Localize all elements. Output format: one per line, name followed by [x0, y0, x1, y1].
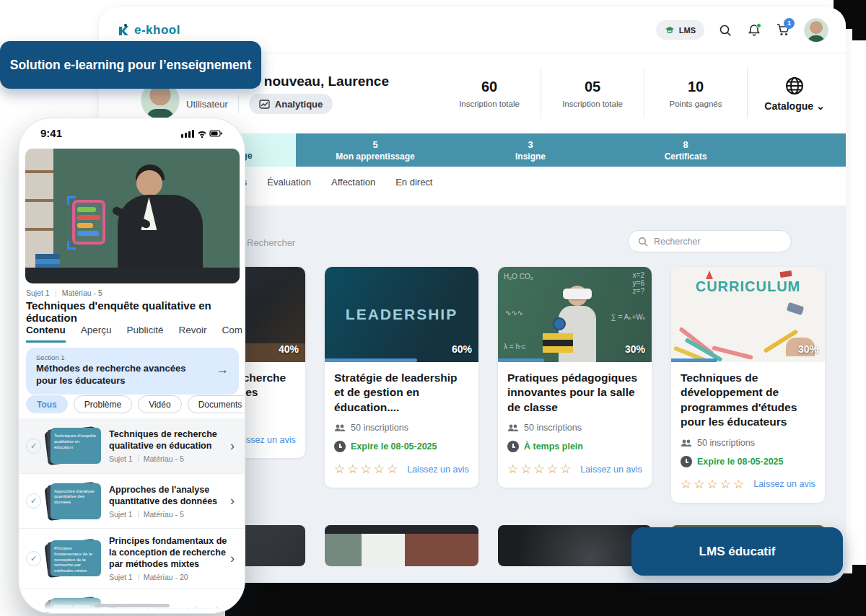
people-icon: [334, 423, 346, 432]
chart-icon: [259, 100, 270, 109]
tab-publicity[interactable]: Publicité: [127, 325, 164, 343]
chip-all[interactable]: Tous: [26, 395, 68, 413]
backdrop-shape: [843, 16, 866, 29]
enrollments-row: 50 inscriptions: [681, 438, 815, 448]
analytics-button[interactable]: Analytique: [249, 94, 333, 114]
tab-my-learning[interactable]: 5 Mon apprentissage: [296, 133, 455, 167]
lms-badge-label: LMS: [679, 26, 696, 35]
stat-value: 05: [585, 79, 600, 95]
lesson-thumbnail: Principes fondamentaux de la conception …: [48, 540, 102, 577]
phone-time: 9:41: [40, 127, 62, 139]
stat-enrollment-total-2: 05 Inscription totale: [541, 65, 644, 121]
search-input-left[interactable]: [247, 233, 478, 252]
elearning-banner: Solution e-learning pour l’enseignement: [0, 41, 261, 89]
list-item[interactable]: ✓ Approches d'analyse quantitative des d…: [19, 473, 245, 528]
list-item[interactable]: ✓ Techniques d'enquête qualitative en éd…: [19, 418, 245, 473]
screenshot-stage: e-khool LMS: [0, 0, 866, 616]
search-input[interactable]: [654, 237, 769, 247]
lms-badge[interactable]: LMS: [656, 20, 704, 40]
lesson-thumbnail: Approches d'analyse quantitative des don…: [48, 483, 102, 520]
leave-review-link[interactable]: Laissez un avis: [753, 479, 815, 489]
lesson-item-title: Approches de l'analyse quantitative des …: [109, 484, 227, 507]
chip-documents[interactable]: Documents: [188, 395, 245, 413]
leave-review-link[interactable]: Laissez un avis: [580, 465, 642, 475]
star-rating[interactable]: ☆☆☆☆☆: [681, 477, 746, 492]
progress-bar: [671, 358, 717, 362]
user-role-label: Utilisateur: [186, 99, 228, 110]
analytics-label: Analytique: [275, 99, 323, 110]
enrollments-row: 50 inscriptions: [507, 423, 642, 433]
chip-problem[interactable]: Problème: [74, 395, 132, 413]
tab-comments[interactable]: Commentaires: [222, 325, 242, 343]
chevron-right-icon[interactable]: ›: [227, 493, 237, 509]
chip-video[interactable]: Vidéo: [138, 395, 181, 413]
status-row: À temps plein: [507, 441, 642, 452]
section-card[interactable]: Section 1 Méthodes de recherche avancées…: [26, 348, 239, 395]
progress-bar: [498, 358, 544, 362]
logo-text: e-khool: [134, 23, 180, 38]
stat-points-earned: 10 Points gagnés: [644, 65, 747, 121]
search-icon: [638, 237, 648, 247]
check-icon: ✓: [26, 493, 41, 509]
tab-label: Insigne: [515, 151, 546, 162]
graduation-cap-icon: [665, 26, 675, 35]
subtab-assignment[interactable]: Affectation: [331, 177, 375, 188]
section-title: Méthodes de recherche avancées pour les …: [36, 363, 201, 387]
course-thumbnail[interactable]: [325, 525, 478, 566]
banner-text: Solution e-learning pour l’enseignement: [10, 58, 251, 73]
list-item[interactable]: ✓ Principes fondamentaux de la conceptio…: [19, 528, 245, 588]
enrollments-row: 50 inscriptions: [334, 423, 469, 433]
cart-icon[interactable]: 1: [775, 22, 791, 38]
backdrop-shape: [852, 29, 866, 40]
course-thumbnail[interactable]: [498, 525, 652, 566]
star-rating[interactable]: ☆☆☆☆☆: [507, 462, 573, 477]
people-icon: [507, 423, 519, 432]
search-icon[interactable]: [717, 22, 733, 38]
notifications-bell-icon[interactable]: [746, 22, 762, 38]
subtab-evaluation[interactable]: Évaluation: [267, 177, 311, 188]
chevron-right-icon[interactable]: ›: [227, 551, 237, 566]
lesson-item-title: Techniques de recherche qualitative en é…: [109, 428, 227, 452]
course-card[interactable]: CURRICULUM 30% Techniques de développeme…: [671, 267, 825, 503]
lesson-meta: Sujet 1 Matériau - 5: [26, 289, 102, 297]
lms-educatif-button[interactable]: LMS éducatif: [631, 527, 843, 576]
lesson-title: Techniques d'enquête qualitative en éduc…: [26, 299, 241, 324]
tab-content[interactable]: Contenu: [26, 325, 66, 343]
course-card[interactable]: H₂O CO₂ x=2y=6z=? ∿∿∿ ∑ = Aₖ+Wₖ λ = h·c …: [498, 267, 652, 488]
enrollments-count: 50 inscriptions: [697, 438, 755, 448]
star-rating[interactable]: ☆☆☆☆☆: [334, 462, 400, 477]
expiry-row: Expire le 08-05-2025: [334, 441, 469, 452]
tab-overview[interactable]: Aperçu: [81, 325, 112, 343]
expiry-text: Expire le 08-05-2025: [351, 441, 437, 452]
chevron-right-icon[interactable]: ›: [227, 439, 237, 454]
lesson-list: ✓ Techniques d'enquête qualitative en éd…: [19, 418, 245, 614]
backdrop-shape: [852, 565, 866, 573]
catalogue-button[interactable]: Catalogue ⌄: [748, 65, 841, 121]
leave-review-link[interactable]: Laissez un avis: [407, 465, 468, 475]
course-image: CURRICULUM 30%: [671, 267, 825, 362]
search-box[interactable]: [628, 230, 792, 252]
cart-count-badge: 1: [784, 18, 795, 29]
tab-certificates[interactable]: 8 Certificats: [606, 133, 765, 167]
ekhool-logo[interactable]: e-khool: [116, 23, 180, 38]
backdrop-shape: [225, 582, 866, 616]
progress-percent: 30%: [798, 343, 818, 355]
subtab-live[interactable]: En direct: [395, 177, 432, 188]
clock-icon: [507, 441, 519, 452]
course-title: Techniques de développement de programme…: [681, 371, 815, 430]
tab-review[interactable]: Revoir: [179, 325, 207, 343]
stat-value: 60: [481, 79, 497, 95]
lesson-item-meta: Sujet 1Matériau - 20: [109, 573, 227, 581]
arrow-right-icon[interactable]: →: [216, 363, 229, 377]
course-title: Pratiques pédagogiques innovantes pour l…: [507, 371, 642, 415]
user-avatar[interactable]: [804, 18, 828, 43]
subject-label: Sujet 1: [26, 289, 50, 297]
lesson-video-player[interactable]: [25, 149, 240, 283]
material-label: Matériau - 5: [62, 289, 102, 297]
course-card[interactable]: LEADERSHIP 60% Stratégie de leadership e…: [325, 267, 478, 488]
tab-badge[interactable]: 3 Insigne: [455, 133, 606, 167]
clock-icon: [681, 456, 692, 467]
tab-count: 5: [372, 139, 377, 150]
catalogue-label: Catalogue: [764, 100, 813, 112]
home-indicator[interactable]: [95, 604, 170, 607]
